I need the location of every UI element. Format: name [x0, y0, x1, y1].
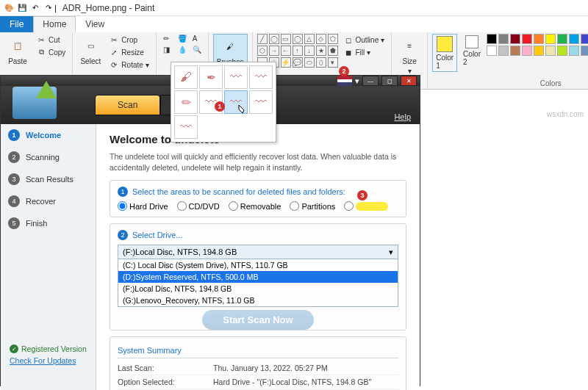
- tab-view[interactable]: View: [76, 16, 114, 32]
- color-swatch[interactable]: [557, 46, 567, 56]
- color-swatch[interactable]: [569, 34, 579, 44]
- fill-button[interactable]: ◼Fill ▾: [341, 46, 387, 58]
- step2-panel: 2Select Drive... (F:)Local Disc, NTFS, 1…: [110, 223, 406, 331]
- minimize-button[interactable]: ―: [362, 76, 379, 86]
- step-number-icon: 4: [8, 195, 20, 207]
- sidebar-item-label: Welcome: [26, 131, 61, 140]
- sidebar-item-welcome[interactable]: 1Welcome: [1, 124, 96, 146]
- outline-button[interactable]: ◻Outline ▾: [341, 34, 387, 46]
- zoom-tool[interactable]: 🔍: [190, 45, 204, 54]
- color-swatch[interactable]: [487, 34, 497, 44]
- fill-tool[interactable]: 🪣: [176, 34, 189, 43]
- color-swatch[interactable]: [534, 46, 544, 56]
- brush-option-hover[interactable]: 〰: [224, 90, 248, 114]
- radio-cddvd[interactable]: CD/DVD: [177, 201, 220, 211]
- color-swatch[interactable]: [487, 46, 497, 56]
- color-swatch[interactable]: [557, 34, 567, 44]
- brush-option[interactable]: ✒: [199, 65, 223, 89]
- paste-button[interactable]: 📋 Paste: [4, 34, 31, 67]
- color1-button[interactable]: Color 1: [432, 34, 457, 72]
- annotation-2: 2: [339, 66, 349, 76]
- color-swatch[interactable]: [545, 34, 556, 44]
- select-button[interactable]: ▭ Select: [77, 34, 104, 67]
- tab-file[interactable]: File: [0, 16, 33, 32]
- color2-button[interactable]: Color 2: [460, 34, 484, 68]
- resize-button[interactable]: ⤢Resize: [107, 46, 151, 58]
- tab-scan[interactable]: Scan: [95, 95, 160, 115]
- radio-harddrive[interactable]: Hard Drive: [118, 201, 168, 211]
- size-button[interactable]: ≡ Size▾: [396, 34, 423, 76]
- redo-icon[interactable]: ↷: [43, 2, 54, 14]
- main-panel: Welcome to undelete The undelete tool wi…: [96, 124, 420, 390]
- crop-icon: ✂: [109, 35, 119, 45]
- close-button[interactable]: ✕: [401, 76, 417, 86]
- flag-icon[interactable]: [337, 76, 352, 86]
- brush-option[interactable]: 〰: [249, 90, 273, 114]
- copy-icon: ⧉: [36, 47, 46, 57]
- crop-button[interactable]: ✂Crop: [107, 34, 151, 46]
- select-icon: ▭: [80, 35, 101, 56]
- chevron-down-icon: ▾: [389, 248, 393, 257]
- tab-home[interactable]: Home: [33, 16, 76, 32]
- save-icon[interactable]: 💾: [16, 2, 28, 14]
- color-swatch[interactable]: [510, 34, 520, 44]
- start-scan-button[interactable]: Start Scan Now: [202, 310, 313, 330]
- sidebar-item-scanning[interactable]: 2Scanning: [1, 146, 96, 168]
- color-swatch[interactable]: [522, 46, 532, 56]
- brush-option[interactable]: 🖌: [174, 65, 198, 89]
- cut-button[interactable]: ✂Cut: [34, 34, 68, 46]
- app-logo: [7, 81, 73, 125]
- brush-option[interactable]: ✏: [174, 90, 198, 114]
- brush-dropdown[interactable]: 🖌 ✒ 〰 〰 ✏ 〰 〰 〰 〰: [171, 62, 276, 142]
- brush-option[interactable]: 〰: [224, 65, 248, 89]
- color2-swatch: [465, 35, 478, 48]
- rotate-icon: ⟳: [109, 59, 119, 70]
- window-title: ADR_Home.png - Paint: [62, 3, 154, 13]
- drive-option[interactable]: (G:)Lenovo_Recovery, NTFS, 11.0 GB: [118, 295, 398, 306]
- clipboard-icon: 📋: [7, 35, 28, 56]
- sidebar-item-recover[interactable]: 4Recover: [1, 190, 96, 212]
- help-link[interactable]: Help: [394, 112, 411, 121]
- radio-removable[interactable]: Removable: [229, 201, 282, 211]
- copy-button[interactable]: ⧉Copy: [34, 46, 68, 58]
- drive-option[interactable]: (F:)Local Disc, NTFS, 194.8 GB: [118, 283, 398, 295]
- color-swatch[interactable]: [522, 34, 532, 44]
- color-swatch[interactable]: [581, 46, 588, 56]
- brush-option[interactable]: 〰: [249, 65, 273, 89]
- sidebar-item-scan-results[interactable]: 3Scan Results: [1, 168, 96, 190]
- paint-title-bar: 🎨 💾 ↶ ↷ | ADR_Home.png - Paint: [0, 0, 588, 16]
- drive-dropdown-list[interactable]: (C:) Local Disc (System Drive), NTFS, 11…: [118, 259, 398, 307]
- text-tool[interactable]: A: [190, 34, 204, 43]
- maximize-button[interactable]: ◻: [381, 76, 398, 86]
- radio-partitions[interactable]: Partitions: [290, 201, 335, 211]
- size-icon: ≡: [399, 35, 420, 56]
- drive-option[interactable]: (D:)System Reserved, NTFS, 500.0 MB: [118, 271, 398, 283]
- picker-tool[interactable]: 💧: [176, 45, 189, 54]
- sidebar-item-label: Recover: [26, 197, 56, 206]
- footer-links: ✓Registered Version Check For Updates: [10, 344, 87, 365]
- brush-icon: 🖌: [220, 36, 240, 57]
- color-swatch[interactable]: [581, 34, 588, 44]
- step-number-icon: 3: [8, 173, 20, 185]
- check-updates-link[interactable]: Check For Updates: [10, 356, 87, 365]
- pencil-tool[interactable]: ✏: [161, 34, 174, 43]
- group-colors: Color 1 Color 2 🎨 Edit colors 🖌 Edit wit…: [428, 32, 588, 89]
- paint-app-icon: 🎨: [3, 2, 15, 14]
- color-swatch[interactable]: [569, 46, 579, 56]
- color-swatch[interactable]: [534, 34, 544, 44]
- color-swatch[interactable]: [498, 46, 509, 56]
- radio-highlighted[interactable]: [344, 201, 387, 211]
- step-number-icon: 5: [8, 217, 20, 229]
- color-swatch[interactable]: [510, 46, 520, 56]
- color-swatch[interactable]: [498, 34, 509, 44]
- eraser-tool[interactable]: ◨: [161, 45, 174, 54]
- sidebar-item-finish[interactable]: 5Finish: [1, 212, 96, 234]
- drive-select[interactable]: (F:)Local Disc, NTFS, 194.8 GB▾: [118, 245, 398, 259]
- color-swatch[interactable]: [545, 46, 556, 56]
- color-palette[interactable]: [487, 34, 588, 56]
- drive-option[interactable]: (C:) Local Disc (System Drive), NTFS, 11…: [118, 259, 398, 271]
- brush-option[interactable]: 〰: [174, 115, 198, 139]
- undo-icon[interactable]: ↶: [29, 2, 41, 14]
- check-icon: ✓: [10, 344, 18, 353]
- rotate-button[interactable]: ⟳Rotate ▾: [107, 59, 151, 71]
